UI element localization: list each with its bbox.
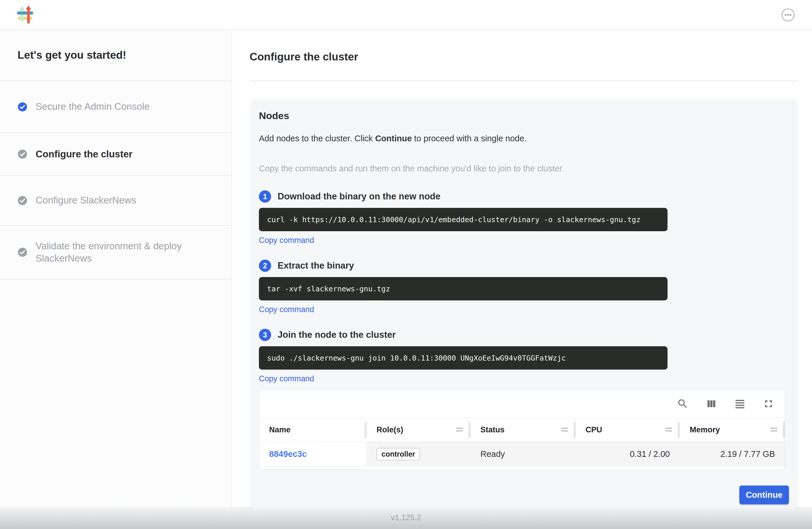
table-bottom-spacer	[259, 467, 785, 469]
sidebar-item-label: Configure the cluster	[35, 148, 132, 160]
step-1-copy-command-link[interactable]: Copy command	[259, 236, 314, 245]
step-2-header: 2 Extract the binary	[259, 259, 789, 272]
node-memory-cell: 2.19 / 7.77 GB	[680, 442, 785, 466]
step-3-number-badge: 3	[259, 329, 271, 341]
column-header-memory[interactable]: Memory	[680, 418, 785, 442]
step-2-command-code: tar -xvf slackernews-gnu.tgz	[259, 277, 668, 300]
page-title: Configure the cluster	[249, 51, 798, 63]
column-header-cpu[interactable]: CPU	[576, 418, 680, 442]
node-status-cell: Ready	[470, 442, 576, 466]
nodes-card-hint: Copy the commands and run them on the ma…	[259, 164, 789, 173]
step-2-copy-command-link[interactable]: Copy command	[259, 305, 314, 314]
check-pending-icon	[17, 149, 27, 159]
columns-icon[interactable]	[706, 398, 717, 410]
column-menu-icon[interactable]	[561, 428, 568, 429]
column-menu-icon[interactable]	[770, 428, 777, 429]
setup-sidebar: Let's get you started! Secure the Admin …	[0, 30, 232, 506]
step-3-command-code: sudo ./slackernews-gnu join 10.0.0.11:30…	[259, 346, 668, 370]
step-1-title: Download the binary on the new node	[278, 191, 440, 202]
node-roles-cell: controller	[367, 442, 470, 466]
table-header-row: Name Role(s) Status CPU Memory	[259, 417, 785, 442]
title-divider	[249, 81, 798, 81]
admin-console-app: Let's get you started! Secure the Admin …	[0, 0, 812, 529]
step-1-command-code: curl -k https://10.0.0.11:30000/api/v1/e…	[259, 208, 668, 231]
column-menu-icon[interactable]	[665, 428, 672, 429]
slackernews-logo	[17, 5, 33, 24]
step-1-header: 1 Download the binary on the new node	[259, 190, 789, 203]
step-2-title: Extract the binary	[278, 260, 354, 271]
nodes-card: Nodes Add nodes to the cluster. Click Co…	[249, 100, 798, 514]
check-pending-icon	[17, 196, 27, 205]
column-header-name[interactable]: Name	[259, 418, 367, 442]
sidebar-item-configure-cluster[interactable]: Configure the cluster	[0, 133, 232, 176]
step-1-number-badge: 1	[259, 190, 271, 203]
step-3-title: Join the node to the cluster	[278, 330, 396, 340]
overflow-menu-button[interactable]	[781, 8, 795, 22]
version-label: v1.125.2	[391, 513, 421, 522]
check-complete-icon	[17, 102, 27, 112]
column-header-status[interactable]: Status	[470, 418, 576, 442]
node-name-cell: 8849ec3c	[259, 442, 367, 466]
step-2-number-badge: 2	[259, 259, 271, 272]
column-menu-icon[interactable]	[456, 428, 463, 429]
node-cpu-cell: 0.31 / 2.00	[576, 442, 680, 466]
sidebar-item-validate-deploy[interactable]: Validate the environment & deploy Slacke…	[0, 225, 232, 280]
continue-button[interactable]: Continue	[739, 486, 789, 504]
table-toolbar	[259, 390, 785, 417]
nodes-card-title: Nodes	[259, 110, 789, 121]
sidebar-title: Let's get you started!	[0, 30, 232, 81]
column-header-roles[interactable]: Role(s)	[367, 418, 470, 442]
check-pending-icon	[17, 247, 27, 257]
sidebar-item-label: Configure SlackerNews	[35, 194, 136, 206]
density-icon[interactable]	[734, 398, 746, 410]
nodes-card-description: Add nodes to the cluster. Click Continue…	[259, 134, 789, 143]
fullscreen-icon[interactable]	[763, 398, 774, 410]
footer: v1.125.2	[0, 506, 812, 529]
nodes-table: Name Role(s) Status CPU Memory 8849ec3c …	[259, 390, 785, 470]
table-row: 8849ec3c controller Ready 0.31 / 2.00 2.…	[259, 442, 785, 467]
node-name-link[interactable]: 8849ec3c	[269, 449, 307, 459]
sidebar-item-secure-admin-console[interactable]: Secure the Admin Console	[0, 81, 232, 133]
sidebar-item-label: Secure the Admin Console	[35, 100, 150, 113]
main-panel: Configure the cluster Nodes Add nodes to…	[232, 30, 812, 506]
sidebar-item-configure-slackernews[interactable]: Configure SlackerNews	[0, 176, 232, 225]
ellipsis-circle-icon	[781, 8, 795, 22]
search-icon[interactable]	[677, 398, 688, 410]
sidebar-item-label: Validate the environment & deploy Slacke…	[35, 240, 199, 264]
step-3-header: 3 Join the node to the cluster	[259, 329, 789, 341]
step-3-copy-command-link[interactable]: Copy command	[259, 374, 314, 383]
role-chip: controller	[377, 448, 420, 460]
top-bar	[0, 0, 812, 30]
